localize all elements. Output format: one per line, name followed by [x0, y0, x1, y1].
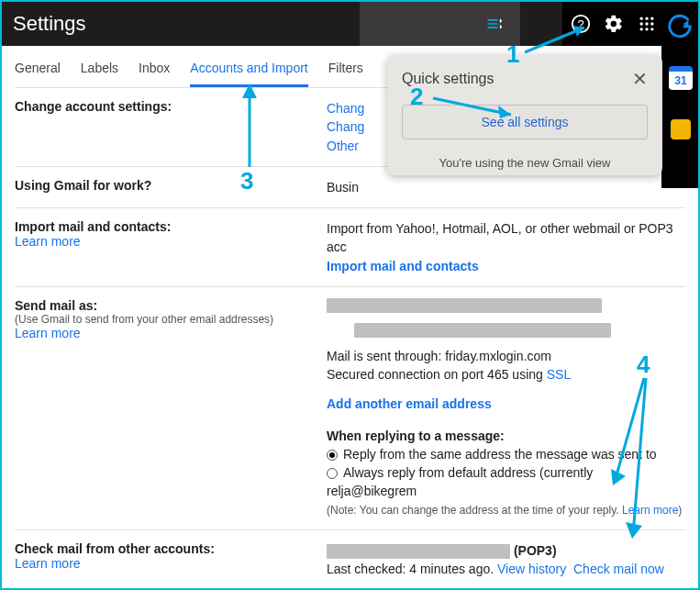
see-all-settings-button[interactable]: See all settings	[402, 105, 648, 139]
svg-point-2	[640, 17, 643, 20]
quick-settings-panel: Quick settings ✕ See all settings You're…	[387, 55, 662, 175]
change-account-label: Change account settings:	[15, 99, 327, 155]
svg-point-10	[650, 28, 653, 30]
check-acc1: (POP3)	[327, 541, 685, 560]
svg-point-4	[650, 17, 653, 20]
check-learn-more[interactable]: Learn more	[15, 556, 327, 571]
filter-icon[interactable]	[478, 7, 511, 40]
grammarly-icon[interactable]	[663, 7, 696, 40]
svg-text:?: ?	[577, 17, 583, 31]
panel-title: Quick settings	[402, 71, 494, 87]
acc1-status: Last checked: 4 minutes ago.	[327, 562, 497, 576]
ssl-link[interactable]: SSL	[547, 367, 571, 382]
acc1-view-history[interactable]: View history	[497, 562, 566, 576]
svg-point-7	[650, 22, 653, 25]
redacted-address-1	[327, 298, 602, 313]
radio-icon	[327, 450, 338, 461]
top-bar: Settings ?	[2, 2, 698, 46]
send-as-sub: (Use Gmail to send from your other email…	[15, 313, 327, 326]
work-label: Using Gmail for work?	[15, 178, 327, 196]
reply-note-end: )	[678, 504, 682, 517]
reply-note-link[interactable]: Learn more	[622, 504, 678, 517]
calendar-icon[interactable]: 31	[669, 66, 693, 90]
import-desc: Import from Yahoo!, Hotmail, AOL, or oth…	[327, 219, 685, 257]
row-send-as: Send mail as: (Use Gmail to send from yo…	[15, 286, 685, 529]
tab-labels[interactable]: Labels	[81, 61, 118, 87]
send-as-label: Send mail as:	[15, 298, 327, 313]
import-learn-more[interactable]: Learn more	[15, 234, 327, 249]
svg-point-9	[645, 28, 648, 30]
reply-heading: When replying to a message:	[327, 427, 685, 445]
tab-general[interactable]: General	[15, 61, 61, 87]
apps-icon[interactable]	[630, 7, 663, 40]
gear-icon[interactable]	[597, 7, 630, 40]
help-icon[interactable]: ?	[564, 7, 597, 40]
import-link[interactable]: Import mail and contacts	[327, 257, 685, 275]
import-label: Import mail and contacts:	[15, 219, 327, 234]
header-right-icons: ?	[562, 2, 698, 46]
mail-through: Mail is sent through: friday.mxlogin.com	[327, 347, 685, 365]
tab-filters[interactable]: Filters	[328, 61, 363, 87]
reply-option-2[interactable]: Always reply from default address (curre…	[327, 463, 685, 501]
search-area	[360, 2, 520, 46]
svg-point-6	[645, 22, 648, 25]
add-email-link[interactable]: Add another email address	[327, 395, 685, 413]
work-text: Busin	[327, 178, 685, 196]
radio-icon	[327, 468, 338, 479]
secured-text: Secured connection on port 465 using	[327, 367, 547, 382]
page-title: Settings	[9, 12, 86, 36]
send-as-learn-more[interactable]: Learn more	[15, 326, 327, 340]
svg-point-5	[640, 22, 643, 25]
row-import: Import mail and contacts: Learn more Imp…	[15, 207, 685, 286]
close-icon[interactable]: ✕	[632, 68, 648, 90]
row-check-mail: Check mail from other accounts: Learn mo…	[15, 529, 685, 590]
check-label: Check mail from other accounts:	[15, 541, 327, 556]
acc1-check-now[interactable]: Check mail now	[573, 562, 664, 576]
reply-note: (Note: You can change the address at the…	[327, 504, 622, 517]
redacted-address-2	[354, 323, 611, 338]
svg-point-8	[640, 28, 643, 30]
tab-accounts[interactable]: Accounts and Import	[190, 61, 307, 87]
keep-icon[interactable]	[671, 119, 691, 139]
tab-inbox[interactable]: Inbox	[139, 61, 170, 87]
reply-option-1[interactable]: Reply from the same address the message …	[327, 445, 685, 463]
svg-point-3	[645, 17, 648, 20]
panel-footer: You're using the new Gmail view	[387, 149, 662, 175]
